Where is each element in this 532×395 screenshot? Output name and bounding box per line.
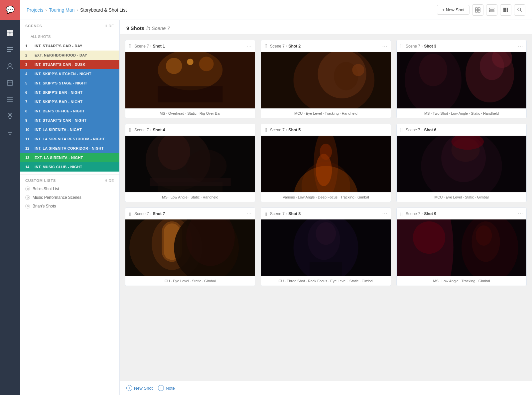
scenes-hide-button[interactable]: HIDE	[105, 24, 114, 28]
nav-characters[interactable]	[0, 58, 20, 74]
sidebar-scene-14[interactable]: 14INT. MUSIC CLUB - NIGHT	[20, 162, 119, 172]
sidebar-scene-6[interactable]: 6INT. SKIPP'S BAR - NIGHT	[20, 88, 119, 97]
sidebar-scene-4[interactable]: 4INT. SKIPP'S KITCHEN - NIGHT	[20, 69, 119, 78]
shot-menu-icon[interactable]: ⋯	[246, 127, 252, 133]
sidebar-scene-8[interactable]: 8INT. BEN'S OFFICE - NIGHT	[20, 106, 119, 116]
shot-scene-ref: Scene 7	[134, 44, 149, 49]
drag-handle-icon[interactable]: ⣿	[264, 211, 267, 216]
breadcrumb-project[interactable]: Touring Man	[49, 7, 74, 13]
shot-card-8[interactable]: ⣿ Scene 7 › Shot 8 ⋯ CU · Three Shot · R…	[261, 207, 391, 286]
svg-rect-3	[10, 33, 13, 36]
svg-rect-27	[505, 8, 506, 9]
all-shots-label[interactable]: ALL SHOTS	[31, 35, 51, 39]
shot-card-2[interactable]: ⣿ Scene 7 › Shot 2 ⋯ MCU · Eye Level · T…	[261, 40, 391, 118]
shot-card-5[interactable]: ⣿ Scene 7 › Shot 5 ⋯ Various · Low Angle…	[261, 124, 391, 202]
footer-new-shot-button[interactable]: + New Shot	[126, 385, 153, 391]
nav-filters[interactable]	[0, 124, 20, 141]
svg-line-36	[520, 11, 522, 12]
sidebar-scene-10[interactable]: 10INT. LA SIRENITA - NIGHT	[20, 125, 119, 134]
search-button[interactable]	[514, 4, 525, 16]
sidebar-scene-1[interactable]: 1INT. STUART'S CAR - DAY	[20, 41, 119, 51]
nav-storyboard[interactable]	[0, 25, 20, 41]
svg-point-35	[518, 8, 521, 11]
sidebar-scene-9[interactable]: 9INT. STUART'S CAR - NIGHT	[20, 116, 119, 125]
svg-point-88	[476, 225, 492, 246]
footer-note-button[interactable]: + Note	[158, 385, 175, 391]
drag-handle-icon[interactable]: ⣿	[129, 211, 132, 216]
drag-handle-icon[interactable]: ⣿	[400, 128, 403, 132]
shot-menu-icon[interactable]: ⋯	[518, 210, 523, 217]
shot-title-arrow: ›	[286, 128, 287, 132]
shot-card-6[interactable]: ⣿ Scene 7 › Shot 6 ⋯ MCU · Eye Level · S…	[396, 124, 527, 202]
shot-card-header: ⣿ Scene 7 › Shot 5 ⋯	[261, 124, 391, 136]
view-btn-list[interactable]	[486, 4, 497, 16]
shot-menu-icon[interactable]: ⋯	[382, 43, 387, 49]
scene-num: 9	[25, 118, 31, 122]
scene-label: INT. SKIPP'S BAR - NIGHT	[35, 90, 82, 94]
shot-image	[125, 52, 255, 108]
scene-num: 6	[25, 90, 31, 94]
shot-menu-icon[interactable]: ⋯	[382, 127, 387, 133]
scene-label: INT. LA SIRENITA CORRIDOR - NIGHT	[35, 146, 104, 150]
app-logo[interactable]: 💬	[0, 0, 20, 20]
scene-num: 7	[25, 100, 31, 104]
nav-schedule[interactable]	[0, 74, 20, 91]
shot-image	[397, 136, 526, 192]
shot-title-arrow: ›	[150, 44, 151, 48]
view-btn-grid[interactable]	[500, 4, 511, 16]
svg-rect-0	[7, 30, 10, 33]
custom-list-item-1[interactable]: ⚙Music Performance Scenes	[25, 193, 114, 202]
sidebar-header: SCENES HIDE	[20, 20, 119, 31]
shot-card-3[interactable]: ⣿ Scene 7 › Shot 3 ⋯ MS · Two Shot · Low…	[396, 40, 527, 118]
shot-menu-icon[interactable]: ⋯	[518, 43, 523, 49]
sidebar-scene-13[interactable]: 13EXT. LA SIRENITA - NIGHT	[20, 153, 119, 162]
custom-list-item-0[interactable]: ⚙Bob's Shot List	[25, 185, 114, 193]
shot-menu-icon[interactable]: ⋯	[246, 43, 252, 49]
drag-handle-icon[interactable]: ⣿	[400, 211, 403, 216]
all-shots-item[interactable]: - ALL SHOTS	[20, 31, 119, 41]
drag-handle-icon[interactable]: ⣿	[129, 44, 132, 49]
svg-rect-28	[507, 8, 508, 9]
shot-scene-ref: Scene 7	[270, 128, 285, 132]
new-shot-button[interactable]: + New Shot	[437, 5, 469, 15]
view-btn-thumbnail[interactable]	[472, 4, 483, 16]
drag-handle-icon[interactable]: ⣿	[264, 44, 267, 49]
svg-rect-23	[489, 8, 494, 9]
sidebar-scene-2[interactable]: 2EXT. NEIGHBORHOOD - DAY	[20, 51, 119, 60]
shot-card-4[interactable]: ⣿ Scene 7 › Shot 4 ⋯ MS · Low Angle · St…	[125, 124, 255, 202]
svg-rect-33	[505, 11, 506, 12]
shot-card-1[interactable]: ⣿ Scene 7 › Shot 1 ⋯ MS · Overhead · Sta…	[125, 40, 255, 118]
sidebar-scene-7[interactable]: 7INT. SKIPP'S BAR - NIGHT	[20, 97, 119, 106]
drag-handle-icon[interactable]: ⣿	[129, 128, 132, 132]
sidebar-scene-5[interactable]: 5INT. SKIPP'S STAGE - NIGHT	[20, 78, 119, 88]
shot-image	[261, 219, 391, 276]
custom-lists-hide[interactable]: HIDE	[105, 179, 114, 183]
sidebar-scene-3[interactable]: 3INT. STUART'S CAR - DUSK	[20, 60, 119, 69]
custom-list-item-2[interactable]: ⚙Brian's Shots	[25, 202, 114, 210]
shot-card-title: ⣿ Scene 7 › Shot 8	[264, 211, 301, 216]
drag-handle-icon[interactable]: ⣿	[400, 44, 403, 49]
svg-point-85	[413, 221, 446, 254]
sidebar-scene-11[interactable]: 11INT. LA SIRENITA RESTROOM - NIGHT	[20, 134, 119, 144]
scene-num: 11	[25, 137, 31, 141]
scene-label: INT. LA SIRENITA RESTROOM - NIGHT	[35, 137, 105, 141]
custom-list-dot: ⚙	[25, 195, 30, 200]
shot-card-header: ⣿ Scene 7 › Shot 7 ⋯	[125, 208, 255, 219]
drag-handle-icon[interactable]: ⣿	[264, 128, 267, 132]
shot-description: MCU · Eye Level · Tracking · Handheld	[261, 108, 391, 118]
nav-stripboard[interactable]	[0, 91, 20, 108]
sidebar-scene-12[interactable]: 12INT. LA SIRENITA CORRIDOR - NIGHT	[20, 144, 119, 153]
nav-locations[interactable]	[0, 108, 20, 124]
shot-menu-icon[interactable]: ⋯	[246, 210, 252, 217]
nav-scenes[interactable]	[0, 41, 20, 58]
shot-menu-icon[interactable]: ⋯	[518, 127, 523, 133]
shot-card-7[interactable]: ⣿ Scene 7 › Shot 7 ⋯ CU · Eye Level · St…	[125, 207, 255, 286]
svg-rect-21	[475, 10, 477, 12]
shot-menu-icon[interactable]: ⋯	[382, 210, 387, 217]
shot-card-header: ⣿ Scene 7 › Shot 8 ⋯	[261, 208, 391, 219]
breadcrumb-projects[interactable]: Projects	[27, 7, 44, 13]
shot-scene-ref: Scene 7	[406, 44, 420, 49]
shot-card-9[interactable]: ⣿ Scene 7 › Shot 9 ⋯ MS · Low Angle · Tr…	[396, 207, 527, 286]
custom-list-label: Music Performance Scenes	[33, 195, 81, 200]
svg-point-15	[9, 114, 11, 116]
